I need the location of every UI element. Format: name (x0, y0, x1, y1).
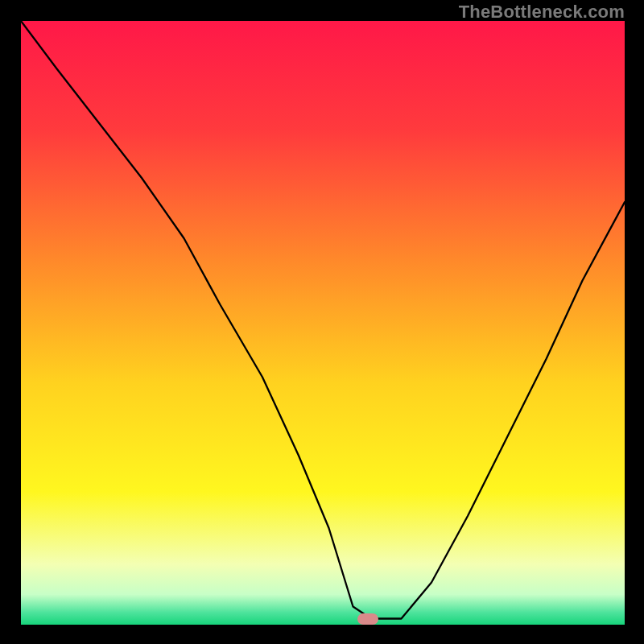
plot-svg (21, 21, 625, 625)
chart-frame: TheBottleneck.com (0, 0, 644, 644)
current-config-marker (357, 613, 378, 625)
gradient-background (21, 21, 625, 625)
plot-area (21, 21, 625, 625)
watermark-text: TheBottleneck.com (459, 2, 625, 23)
